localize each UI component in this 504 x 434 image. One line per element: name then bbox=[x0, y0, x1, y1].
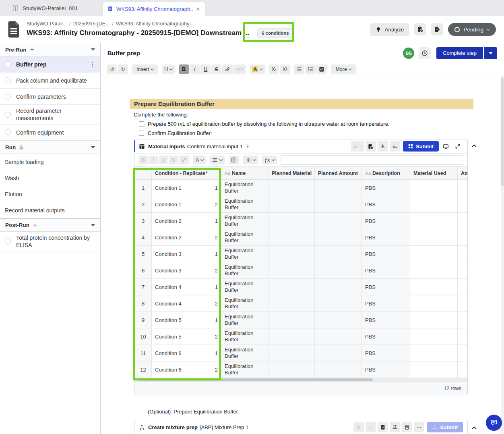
collapse-caret-icon[interactable] bbox=[91, 48, 95, 51]
cell-planned-material[interactable] bbox=[269, 295, 315, 312]
column-header-description[interactable]: AaDescription bbox=[362, 167, 410, 180]
cell-material-used[interactable] bbox=[410, 328, 458, 345]
cell-material-used[interactable] bbox=[410, 345, 458, 361]
sidebar-item-record-parameter-measurements[interactable]: Record parameter measurements bbox=[0, 105, 100, 125]
cell-condition[interactable]: Condition 61 bbox=[152, 345, 221, 361]
cell-planned-material[interactable] bbox=[269, 312, 315, 328]
underline-button[interactable]: U bbox=[200, 64, 211, 74]
cell-planned-material[interactable] bbox=[269, 345, 315, 361]
cell-amount-used[interactable] bbox=[458, 262, 468, 279]
sidebar-item-sample-loading[interactable]: Sample loading bbox=[0, 154, 100, 170]
expand-button[interactable] bbox=[452, 141, 463, 152]
cell-planned-material[interactable] bbox=[269, 246, 315, 262]
cell-planned-material[interactable] bbox=[269, 279, 315, 295]
align-button[interactable] bbox=[210, 156, 225, 164]
formula-input[interactable] bbox=[281, 155, 463, 165]
link-button[interactable] bbox=[179, 156, 189, 164]
sidebar-item-wash[interactable]: Wash bbox=[0, 170, 100, 186]
numbered-list-button[interactable] bbox=[305, 64, 316, 74]
horizontal-scrollbar[interactable] bbox=[134, 378, 467, 381]
cell-material-used[interactable] bbox=[410, 295, 458, 312]
sidebar-item-buffer-prep[interactable]: Buffer prep⋮ bbox=[0, 56, 100, 73]
cell-planned-material[interactable] bbox=[269, 328, 315, 345]
task-list-button[interactable] bbox=[316, 64, 327, 74]
cell-planned-amount[interactable] bbox=[315, 295, 362, 312]
analyze-button[interactable]: Analyze bbox=[370, 23, 409, 36]
cell-row-number[interactable]: 1 bbox=[135, 180, 152, 196]
collapse-caret-icon[interactable] bbox=[91, 224, 95, 226]
highlight-color-button[interactable]: A bbox=[250, 64, 265, 74]
more-menu-button[interactable]: More bbox=[331, 64, 355, 74]
cell-description[interactable]: PBS bbox=[362, 345, 410, 361]
cell-planned-amount[interactable] bbox=[315, 262, 362, 279]
cell-planned-amount[interactable] bbox=[315, 180, 362, 196]
link-button[interactable] bbox=[222, 64, 233, 74]
underline-button[interactable]: U bbox=[159, 156, 168, 164]
register-schedule-button[interactable] bbox=[414, 23, 426, 35]
cell-name[interactable]: Equilibration Buffer bbox=[221, 196, 269, 213]
cell-material-used[interactable] bbox=[410, 312, 458, 328]
cell-material-used[interactable] bbox=[410, 180, 458, 196]
collapse-mixture-widget-button[interactable] bbox=[470, 424, 479, 432]
column-header-name[interactable]: AaName bbox=[221, 167, 269, 180]
add-material-input-button[interactable]: + bbox=[246, 143, 250, 150]
cell-row-number[interactable]: 5 bbox=[135, 246, 152, 262]
history-button[interactable] bbox=[419, 47, 431, 59]
cell-planned-material[interactable] bbox=[269, 262, 315, 279]
column-header-condition[interactable]: Condition - Replicate* bbox=[152, 167, 221, 180]
merge-cells-button[interactable] bbox=[229, 156, 239, 164]
cell-description[interactable]: PBS bbox=[362, 361, 410, 378]
cell-material-used[interactable] bbox=[410, 229, 458, 246]
sidebar-item-record-material-outputs[interactable]: Record material outputs bbox=[0, 202, 100, 218]
cell-description[interactable]: PBS bbox=[362, 312, 410, 328]
cell-name[interactable]: Equilibration Buffer bbox=[221, 345, 269, 361]
cell-condition[interactable]: Condition 32 bbox=[152, 262, 221, 279]
cell-amount-used[interactable] bbox=[458, 180, 468, 196]
cell-row-number[interactable]: 4 bbox=[135, 229, 152, 246]
tab-study[interactable]: StudyWO-Parallel_001 bbox=[0, 5, 78, 11]
cell-name[interactable]: Equilibration Buffer bbox=[221, 213, 269, 229]
cell-description[interactable]: PBS bbox=[362, 229, 410, 246]
complete-step-dropdown[interactable] bbox=[484, 47, 497, 59]
cell-planned-amount[interactable] bbox=[315, 196, 362, 213]
cell-condition[interactable]: Condition 22 bbox=[152, 229, 221, 246]
cell-name[interactable]: Equilibration Buffer bbox=[221, 262, 269, 279]
cell-condition[interactable]: Condition 21 bbox=[152, 213, 221, 229]
cell-name[interactable]: Equilibration Buffer bbox=[221, 229, 269, 246]
cell-name[interactable]: Equilibration Buffer bbox=[221, 279, 269, 295]
insert-menu-button[interactable]: Insert bbox=[132, 64, 158, 74]
checkbox[interactable] bbox=[139, 121, 144, 127]
cell-condition[interactable]: Condition 12 bbox=[152, 196, 221, 213]
cell-amount-used[interactable] bbox=[458, 229, 468, 246]
material-submit-button[interactable]: Submit bbox=[403, 141, 439, 152]
cell-description[interactable]: PBS bbox=[362, 213, 410, 229]
conditions-badge[interactable]: 6 conditions bbox=[257, 28, 293, 38]
cell-name[interactable]: Equilibration Buffer bbox=[221, 180, 269, 196]
cell-planned-material[interactable] bbox=[269, 196, 315, 213]
view-options-button[interactable] bbox=[351, 141, 364, 152]
cell-row-number[interactable]: 10 bbox=[135, 328, 152, 345]
column-header-planned-amount[interactable]: Planned Amount bbox=[315, 167, 362, 180]
cell-amount-used[interactable] bbox=[458, 295, 468, 312]
section-header-pre-run[interactable]: Pre-Run+ bbox=[0, 43, 100, 56]
refresh-button[interactable] bbox=[366, 422, 376, 432]
superscript-button[interactable]: X¹ bbox=[280, 64, 290, 74]
cell-planned-amount[interactable] bbox=[315, 246, 362, 262]
cell-row-number[interactable]: 2 bbox=[135, 196, 152, 213]
mixture-submit-button[interactable]: Submit bbox=[427, 422, 463, 432]
strikethrough-button[interactable]: S bbox=[211, 64, 221, 74]
cell-condition[interactable]: Condition 31 bbox=[152, 246, 221, 262]
cell-description[interactable]: PBS bbox=[362, 279, 410, 295]
sidebar-item-total-protein-concentration-by-elisa[interactable]: Total protein concentration by ELISA bbox=[0, 232, 100, 251]
cell-name[interactable]: Equilibration Buffer bbox=[221, 312, 269, 328]
undo-button[interactable]: ↺ bbox=[107, 64, 117, 74]
heading-menu-button[interactable]: H bbox=[162, 64, 175, 74]
cell-material-used[interactable] bbox=[410, 213, 458, 229]
cell-planned-amount[interactable] bbox=[315, 229, 362, 246]
add-step-button[interactable]: + bbox=[33, 221, 37, 229]
cell-planned-amount[interactable] bbox=[315, 279, 362, 295]
cell-description[interactable]: PBS bbox=[362, 196, 410, 213]
more-options-button[interactable] bbox=[414, 422, 424, 432]
cell-name[interactable]: Equilibration Buffer bbox=[221, 295, 269, 312]
breadcrumb-entry[interactable]: 20250915-[DE... bbox=[73, 21, 110, 27]
